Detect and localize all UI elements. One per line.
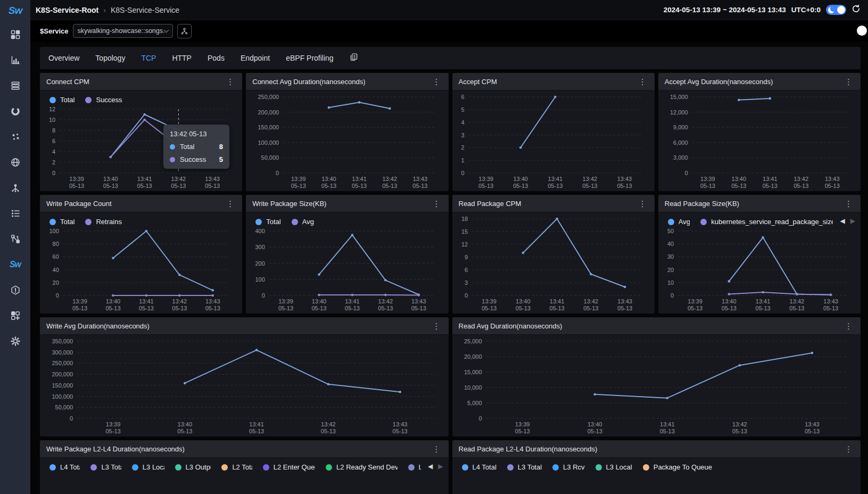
tab-pods[interactable]: Pods <box>208 54 225 62</box>
svg-text:350,000: 350,000 <box>52 338 73 344</box>
line-chart <box>457 472 857 494</box>
svg-text:05-13: 05-13 <box>413 183 428 189</box>
svg-text:25,000: 25,000 <box>464 338 482 344</box>
card-menu-icon[interactable]: ⋮ <box>637 199 648 209</box>
cluster-icon[interactable] <box>10 131 21 143</box>
filter-bar: $Service skywalking-showcase::songs.s <box>30 20 868 42</box>
list-icon[interactable] <box>10 208 21 219</box>
donut-chart-icon[interactable] <box>10 105 21 117</box>
card-menu-icon[interactable]: ⋮ <box>431 444 442 454</box>
legend-item[interactable]: L3 Local <box>132 463 164 471</box>
card-menu-icon[interactable]: ⋮ <box>843 444 854 454</box>
svg-text:05-13: 05-13 <box>139 305 154 311</box>
legend-item[interactable]: L <box>408 463 421 471</box>
svg-text:5,000: 5,000 <box>467 400 482 406</box>
service-topology-button[interactable] <box>177 24 192 38</box>
legend-item[interactable]: L3 Total <box>507 463 542 471</box>
card-menu-icon[interactable]: ⋮ <box>431 77 442 87</box>
svg-text:05-13: 05-13 <box>171 183 186 189</box>
svg-text:300: 300 <box>255 244 265 250</box>
legend-next-icon[interactable]: ▶ <box>850 217 855 225</box>
svg-text:05-13: 05-13 <box>278 305 293 311</box>
svg-text:13:42: 13:42 <box>383 176 398 182</box>
tab-ebpf-profiling[interactable]: eBPF Profiling <box>286 54 333 62</box>
card-menu-icon[interactable]: ⋮ <box>431 321 442 331</box>
panel-toggle-knob[interactable] <box>857 26 867 36</box>
tab-endpoint[interactable]: Endpoint <box>241 54 270 62</box>
svg-text:13:43: 13:43 <box>205 298 220 304</box>
legend-item[interactable]: Total <box>49 96 75 104</box>
dashboard-icon[interactable] <box>10 29 21 40</box>
widgets-plus-icon[interactable] <box>10 310 21 322</box>
legend-item[interactable]: Avg <box>292 218 314 226</box>
svg-text:13:41: 13:41 <box>660 421 675 427</box>
svg-text:05-13: 05-13 <box>137 183 152 189</box>
svg-text:13:42: 13:42 <box>789 298 804 304</box>
service-select[interactable]: skywalking-showcase::songs.s <box>73 24 173 38</box>
svg-text:3: 3 <box>461 132 464 138</box>
legend-item[interactable]: L4 Total <box>49 463 80 471</box>
breadcrumb-root[interactable]: K8S-Service-Root <box>36 6 98 14</box>
tab-overview[interactable]: Overview <box>48 54 79 62</box>
card-menu-icon[interactable]: ⋮ <box>843 321 854 331</box>
legend-item[interactable]: L3 Total <box>90 463 121 471</box>
card-menu-icon[interactable]: ⋮ <box>225 199 236 209</box>
card-menu-icon[interactable]: ⋮ <box>843 199 854 209</box>
legend-prev-icon[interactable]: ◀ <box>840 217 845 225</box>
dark-mode-toggle[interactable] <box>826 5 846 15</box>
settings-gear-icon[interactable] <box>10 335 21 347</box>
tab-http[interactable]: HTTP <box>172 54 192 62</box>
legend-item[interactable]: L4 Total <box>462 463 497 471</box>
legend-item[interactable]: L2 Ready Send Device <box>326 463 397 471</box>
legend-item[interactable]: L3 Output <box>175 463 211 471</box>
legend-item[interactable]: Total <box>49 218 75 226</box>
card-menu-icon[interactable]: ⋮ <box>637 77 648 87</box>
legend-next-icon[interactable]: ▶ <box>438 463 443 470</box>
skywalking-active-icon[interactable]: Sw <box>10 259 21 270</box>
alert-hexagon-icon[interactable] <box>10 284 21 296</box>
svg-text:05-13: 05-13 <box>824 183 839 189</box>
legend-item[interactable]: L2 Total <box>221 463 252 471</box>
svg-text:13:39: 13:39 <box>478 176 493 182</box>
layers-icon[interactable] <box>10 80 21 92</box>
legend-item[interactable]: L2 Enter Queue <box>263 463 315 471</box>
card-menu-icon[interactable]: ⋮ <box>843 77 854 87</box>
svg-text:05-13: 05-13 <box>69 183 84 189</box>
copy-dashboard-icon[interactable] <box>350 53 358 63</box>
legend-item[interactable]: L3 Rcv <box>552 463 584 471</box>
refresh-icon[interactable] <box>852 4 861 15</box>
legend-item[interactable]: L3 Local <box>596 463 632 471</box>
svg-text:05-13: 05-13 <box>549 305 564 311</box>
read-avg-duration-card: Read Avg Duration(nanoseconds)⋮ 05,00010… <box>452 317 861 437</box>
legend-prev-icon[interactable]: ◀ <box>428 463 433 470</box>
tab-topology[interactable]: Topology <box>95 54 125 62</box>
card-title: Read Package CPM <box>459 200 522 208</box>
topology-icon[interactable] <box>10 182 21 194</box>
legend-item[interactable]: Package To Queue <box>643 463 712 471</box>
legend-item[interactable]: Success <box>85 96 122 104</box>
bar-chart-icon[interactable] <box>10 54 21 66</box>
globe-icon[interactable] <box>10 157 21 168</box>
svg-text:05-13: 05-13 <box>312 305 327 311</box>
svg-text:05-13: 05-13 <box>106 428 121 434</box>
chart-legend: TotalAvg <box>250 215 444 227</box>
legend-item[interactable]: Avg <box>668 218 690 226</box>
svg-text:200,000: 200,000 <box>52 371 73 377</box>
svg-text:05-13: 05-13 <box>789 305 804 311</box>
flow-icon[interactable] <box>10 233 21 245</box>
time-range[interactable]: 2024-05-13 13:39 ~ 2024-05-13 13:43 <box>664 6 786 14</box>
card-menu-icon[interactable]: ⋮ <box>225 77 236 87</box>
svg-text:05-13: 05-13 <box>804 428 819 434</box>
svg-text:13:40: 13:40 <box>513 176 528 182</box>
chart-legend: L4 TotalL3 TotalL3 LocalL3 OutputL2 Tota… <box>44 460 444 472</box>
card-menu-icon[interactable]: ⋮ <box>431 199 442 209</box>
svg-text:05-13: 05-13 <box>513 183 528 189</box>
card-title: Connect CPM <box>46 78 89 86</box>
svg-text:13:40: 13:40 <box>321 176 336 182</box>
svg-text:60: 60 <box>53 253 59 260</box>
timezone-label: UTC+0:0 <box>791 6 821 14</box>
legend-item[interactable]: kubernetes_service_read_package_size <box>700 218 833 226</box>
legend-item[interactable]: Total <box>255 218 280 226</box>
tab-tcp[interactable]: TCP <box>141 54 156 62</box>
legend-item[interactable]: Retrains <box>85 218 121 226</box>
